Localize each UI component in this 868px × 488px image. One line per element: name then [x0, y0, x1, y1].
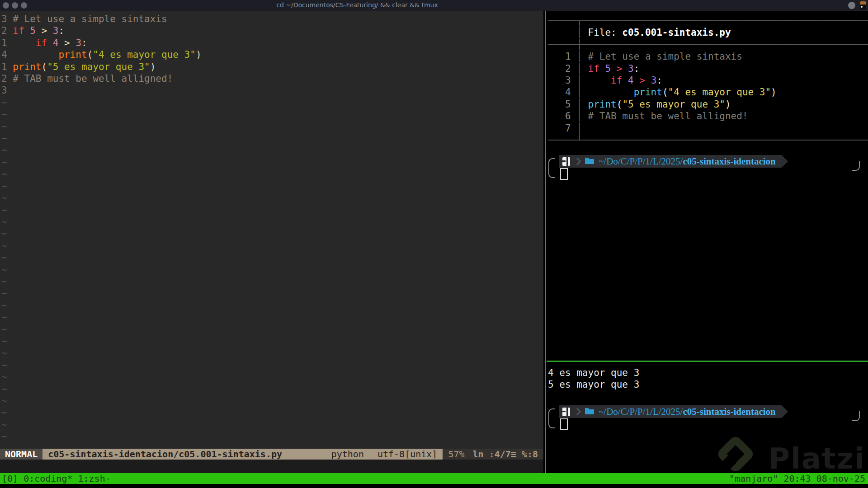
statusline-fileinfo: python utf-8[unix]	[331, 449, 438, 460]
vim-tilde-line: ~	[1, 287, 202, 299]
shell-output: 4 es mayor que 35 es mayor que 3	[548, 367, 639, 391]
capture-icon[interactable]	[860, 1, 866, 9]
vim-tilde-line: ~	[1, 132, 202, 144]
tilde-marker: ~	[1, 109, 7, 120]
right-terminal-panes[interactable]: ─────┬──────────────────────────────────…	[547, 11, 868, 473]
status-circle-icon[interactable]	[848, 2, 855, 9]
platzi-watermark-text: Platzi	[769, 442, 865, 475]
bat-code-line: 7 │	[548, 122, 868, 134]
tilde-marker: ~	[1, 312, 7, 323]
bat-code-line: 5 │ print("5 es mayor que 3")	[548, 99, 868, 110]
line-number: 7	[548, 122, 571, 134]
vim-tilde-line: ~	[1, 276, 202, 287]
vim-tilde-line: ~	[1, 156, 202, 168]
prompt-frame-end	[852, 161, 860, 171]
manjaro-os-icon	[562, 157, 570, 166]
line-number: 6	[548, 110, 571, 122]
tilde-marker: ~	[1, 300, 7, 311]
vim-cmdline	[0, 460, 543, 473]
tilde-marker: ~	[1, 347, 7, 358]
line-number: 1	[1, 37, 13, 49]
line-number: 5	[548, 99, 571, 110]
shell-output-line: 4 es mayor que 3	[548, 367, 639, 379]
vim-tilde-line: ~	[1, 144, 202, 156]
minimize-button[interactable]	[12, 2, 18, 9]
tmux-horizontal-pane-border[interactable]	[547, 361, 868, 362]
tmux-hostname: "manjaro"	[729, 473, 778, 484]
statusline-filename: c05-sintaxis-identacion/c05.001-sintaxis…	[48, 449, 282, 460]
tilde-marker: ~	[1, 324, 7, 335]
tmux-window-coding[interactable]: 0:coding*	[24, 473, 72, 484]
prompt-segment[interactable]: ~/Do/C/P/P/1/L/2025/c05-sintaxis-identac…	[559, 155, 782, 168]
tilde-marker: ~	[1, 336, 7, 347]
prompt-segment[interactable]: ~/Do/C/P/P/1/L/2025/c05-sintaxis-identac…	[559, 405, 782, 418]
tilde-marker: ~	[1, 395, 7, 406]
tilde-marker: ~	[1, 205, 7, 216]
line-number: 2	[548, 63, 571, 75]
bat-file-preview: ─────┬──────────────────────────────────…	[548, 15, 868, 146]
vim-code-line: 2if 5 > 3:	[1, 25, 202, 37]
vim-tilde-line: ~	[1, 335, 202, 347]
vim-tilde-line: ~	[1, 407, 202, 418]
tilde-marker: ~	[1, 192, 7, 203]
statusline-stats: 57% ln :4/7≡ %:8	[443, 449, 543, 460]
tilde-marker: ~	[1, 288, 7, 299]
bat-code-line: 1 │ # Let use a simple sintaxis	[548, 51, 868, 62]
line-number: 1	[548, 51, 571, 62]
bat-file-label: File:	[588, 27, 623, 38]
bat-rule: ─────┬──────────────────────────────────…	[548, 15, 868, 27]
tilde-marker: ~	[1, 276, 7, 287]
vim-pane[interactable]: 3# Let use a simple sintaxis2if 5 > 3:1 …	[0, 11, 543, 473]
chevron-right-icon	[574, 158, 581, 165]
vim-tilde-line: ~	[1, 383, 202, 395]
bat-rule: ─────┴──────────────────────────────────…	[548, 134, 868, 146]
tilde-marker: ~	[1, 133, 7, 144]
line-number: 3	[1, 84, 13, 96]
window-title: cd ~/Documentos/CS-Featuring/ && clear &…	[77, 1, 637, 9]
statusline-location: ln :4/7≡ %:8	[473, 449, 538, 460]
zoom-button[interactable]	[21, 2, 27, 9]
line-number: 4	[1, 49, 13, 61]
vim-tilde-line: ~	[1, 311, 202, 323]
vim-tilde-line: ~	[1, 228, 202, 239]
vim-tilde-line: ~	[1, 192, 202, 204]
vim-tilde-line: ~	[1, 180, 202, 192]
bat-filename: c05.001-sintaxis.py	[622, 27, 731, 38]
line-number: 3	[548, 75, 571, 86]
tmux-session-name: [0]	[2, 473, 18, 484]
vim-statusline: NORMAL c05-sintaxis-identacion/c05.001-s…	[0, 449, 543, 460]
shell-output-line: 5 es mayor que 3	[548, 379, 639, 390]
statusline-file-segment: c05-sintaxis-identacion/c05.001-sintaxis…	[42, 449, 443, 460]
vim-tilde-line: ~	[1, 419, 202, 431]
prompt-cursor	[560, 418, 568, 430]
tmux-clock: 20:43	[783, 473, 811, 484]
vim-code-line: 1 if 4 > 3:	[1, 37, 202, 49]
folder-icon	[585, 157, 594, 166]
prompt-frame-end	[852, 411, 860, 421]
tmux-window-zsh[interactable]: 1:zsh-	[78, 473, 111, 484]
vim-mode-indicator: NORMAL	[0, 449, 42, 460]
vim-code-line: 3# Let use a simple sintaxis	[1, 13, 202, 25]
line-number: 4	[548, 86, 571, 98]
statusline-encoding: utf-8[unix]	[377, 449, 437, 460]
close-button[interactable]	[3, 2, 9, 9]
prompt-frame	[548, 158, 555, 178]
tilde-marker: ~	[1, 384, 7, 394]
tilde-marker: ~	[1, 419, 7, 430]
tilde-marker: ~	[1, 252, 7, 263]
prompt-path: ~/Do/C/P/P/1/L/2025/c05-sintaxis-identac…	[599, 156, 776, 167]
vim-tilde-line: ~	[1, 300, 202, 311]
chevron-right-icon	[574, 408, 581, 416]
vim-tilde-line: ~	[1, 347, 202, 359]
tmux-vertical-pane-border[interactable]	[545, 11, 546, 473]
vim-code-line: 3	[1, 84, 202, 96]
tilde-marker: ~	[1, 431, 7, 442]
window-titlebar: cd ~/Documentos/CS-Featuring/ && clear &…	[0, 0, 868, 11]
vim-code-line: 4 print("4 es mayor que 3")	[1, 49, 202, 61]
vim-tilde-line: ~	[1, 395, 202, 407]
tilde-marker: ~	[1, 407, 7, 418]
tilde-marker: ~	[1, 169, 7, 179]
tilde-marker: ~	[1, 121, 7, 132]
tilde-marker: ~	[1, 240, 7, 251]
vim-tilde-line: ~	[1, 168, 202, 180]
